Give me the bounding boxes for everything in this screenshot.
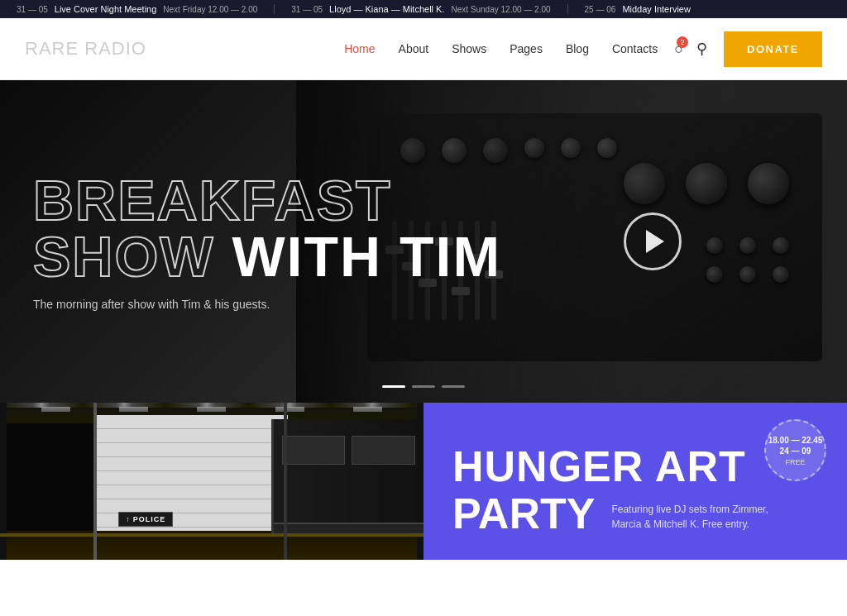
slider-dot-1[interactable] xyxy=(382,385,405,388)
slider-dot-2[interactable] xyxy=(412,385,435,388)
cart-icon[interactable]: ○ 2 xyxy=(674,41,683,58)
hero-subtitle: The morning after show with Tim & his gu… xyxy=(33,298,501,311)
event-panel: 18.00 — 22.45 24 — 09 FREE HUNGER ART PA… xyxy=(424,403,847,560)
police-arrow-icon: ↑ xyxy=(126,515,130,523)
price-badge: 18.00 — 22.45 24 — 09 FREE xyxy=(764,419,826,481)
ticker-title-2: Lloyd — Kiana — Mitchell K. xyxy=(329,4,444,14)
nav-item-blog[interactable]: Blog xyxy=(566,41,589,56)
nav-link-home[interactable]: Home xyxy=(344,42,375,55)
police-label: POLICE xyxy=(133,515,166,523)
ticker-item-1: 31 — 05 Live Cover Night Meeting Next Fr… xyxy=(0,4,275,14)
ticker-time-2: Next Sunday 12.00 — 2.00 xyxy=(451,5,550,14)
slider-dots xyxy=(382,385,465,388)
badge-free: FREE xyxy=(785,458,805,466)
event-description: Featuring live DJ sets from Zimmer, Marc… xyxy=(611,502,777,535)
play-icon xyxy=(646,230,664,253)
nav-link-contacts[interactable]: Contacts xyxy=(612,42,658,55)
nav-item-about[interactable]: About xyxy=(399,41,429,56)
header-icons: ○ 2 ⚲ xyxy=(674,40,707,58)
hero-section: BREAKFASTSHOW WITH TIM The morning after… xyxy=(0,80,847,403)
badge-time: 18.00 — 22.45 xyxy=(768,435,823,446)
hero-title: BREAKFASTSHOW WITH TIM xyxy=(33,172,501,284)
logo-bold: RARE xyxy=(25,38,79,59)
ticker-item-3: 25 — 06 Midday Interview xyxy=(568,4,714,14)
nav-item-contacts[interactable]: Contacts xyxy=(612,41,658,56)
ticker-date-3: 25 — 06 xyxy=(585,5,616,14)
hero-content: BREAKFASTSHOW WITH TIM The morning after… xyxy=(33,172,501,311)
badge-date: 24 — 09 xyxy=(780,446,811,456)
ticker-item-2: 31 — 05 Lloyd — Kiana — Mitchell K. Next… xyxy=(275,4,567,14)
play-button[interactable] xyxy=(624,212,682,270)
hero-title-solid: WITH TIM xyxy=(215,225,502,288)
logo[interactable]: RARE RADIO xyxy=(25,38,146,60)
event-title-line2: PARTY xyxy=(452,492,595,535)
main-nav: Home About Shows Pages Blog Contacts xyxy=(344,41,674,56)
logo-light: RADIO xyxy=(79,38,146,59)
nav-link-blog[interactable]: Blog xyxy=(566,42,589,55)
search-icon[interactable]: ⚲ xyxy=(696,40,707,58)
slider-dot-3[interactable] xyxy=(442,385,465,388)
ticker-bar: 31 — 05 Live Cover Night Meeting Next Fr… xyxy=(0,0,847,18)
nav-item-home[interactable]: Home xyxy=(344,41,375,56)
ticker-date-2: 31 — 05 xyxy=(291,5,323,14)
subway-panel: ↑ POLICE xyxy=(0,403,424,560)
nav-link-about[interactable]: About xyxy=(399,42,429,55)
nav-item-pages[interactable]: Pages xyxy=(510,41,543,56)
bottom-section: ↑ POLICE 18.00 — 22.45 24 — 09 FREE HUNG… xyxy=(0,403,847,560)
ticker-time-1: Next Friday 12.00 — 2.00 xyxy=(163,5,257,14)
ticker-title-3: Midday Interview xyxy=(622,4,691,14)
nav-item-shows[interactable]: Shows xyxy=(452,41,486,56)
nav-link-pages[interactable]: Pages xyxy=(510,42,543,55)
donate-button[interactable]: DONATE xyxy=(724,31,822,67)
ticker-date-1: 31 — 05 xyxy=(17,5,48,14)
header: RARE RADIO Home About Shows Pages Blog C… xyxy=(0,18,847,80)
event-subtitle-row: PARTY Featuring live DJ sets from Zimmer… xyxy=(452,492,818,535)
ticker-title-1: Live Cover Night Meeting xyxy=(55,4,157,14)
nav-link-shows[interactable]: Shows xyxy=(452,42,486,55)
cart-badge: 2 xyxy=(677,36,688,48)
event-title-line1: HUNGER ART xyxy=(452,445,818,488)
